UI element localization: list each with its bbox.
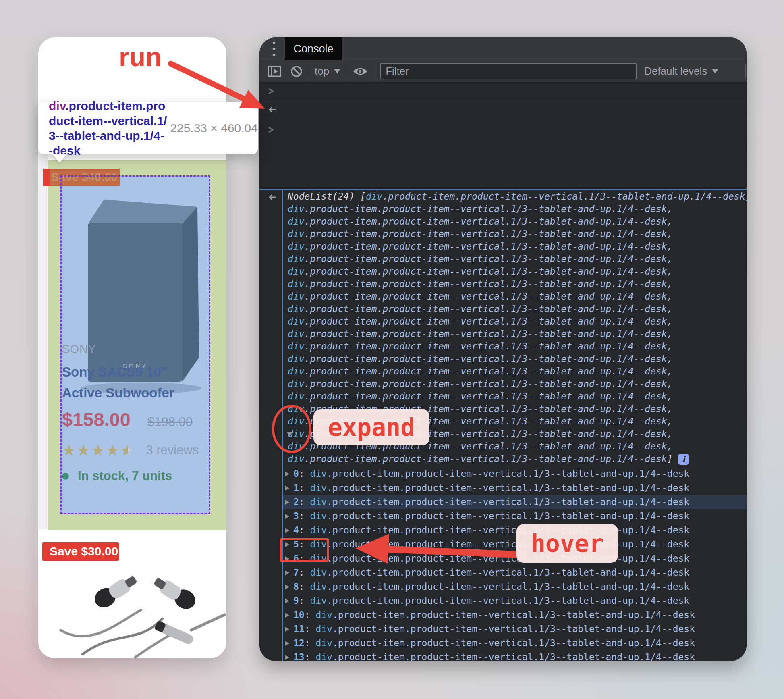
save-badge-bottom: Save $30.00: [42, 542, 119, 561]
annotation-expand-label: expand: [313, 409, 429, 445]
console-result: <div class="product-item product-item--v…: [259, 100, 747, 119]
expand-triangle-icon: [285, 500, 289, 505]
annotation-run-label: run: [119, 42, 162, 72]
info-icon[interactable]: i: [678, 454, 689, 465]
product-brand: SONY: [62, 343, 96, 356]
expand-triangle-icon: [285, 570, 289, 575]
nodelist-array-line: div.product-item.product-item--vertical.…: [283, 353, 747, 365]
nodelist-array-line: div.product-item.product-item--vertical.…: [283, 265, 747, 278]
expand-triangle-icon: [285, 641, 289, 646]
expand-triangle-icon: [285, 514, 289, 519]
tooltip-selector: div.product-item.product-item--vertical.…: [38, 98, 168, 158]
live-expression-eye-icon[interactable]: [352, 66, 368, 77]
save-badge-top: Save $40.00: [43, 169, 120, 186]
price-row: $158.00 $198.00: [62, 408, 193, 431]
expand-triangle-icon: [285, 655, 289, 660]
nodelist-array-line: div.product-item.product-item--vertical.…: [283, 340, 747, 353]
nodelist-array-line: div.product-item.product-item--vertical.…: [283, 278, 747, 290]
expand-triangle-icon: [285, 585, 289, 589]
tab-console[interactable]: Console: [285, 37, 342, 60]
expand-triangle-icon: [285, 528, 289, 533]
star-icons: ★★★★★★: [62, 442, 135, 458]
nodelist-array-line: div.product-item.product-item--vertical.…: [283, 215, 747, 228]
in-stock-dot-icon: [62, 473, 69, 480]
nodelist-array-line: div.product-item.product-item--vertical.…: [283, 365, 747, 378]
nodelist-array-line: div.product-item.product-item--vertical.…: [283, 290, 747, 303]
inspect-tooltip: div.product-item.product-item--vertical.…: [38, 102, 258, 154]
expand-triangle-icon: [285, 627, 289, 632]
nodelist-entry-row[interactable]: 7: div.product-item.product-item--vertic…: [283, 566, 747, 580]
product-image-earbuds[interactable]: [54, 570, 226, 658]
nodelist-header-line[interactable]: NodeList(24) [div.product-item.product-i…: [283, 190, 747, 203]
chevron-down-icon: [334, 69, 340, 73]
nodelist-array-line: div.product-item.product-item--vertical.…: [283, 315, 747, 328]
nodelist-entry-row[interactable]: 3: div.product-item.product-item--vertic…: [283, 509, 747, 523]
nodelist-array-line: div.product-item.product-item--vertical.…: [283, 240, 747, 253]
stock-status: In stock, 7 units: [78, 469, 172, 483]
console-sidebar-toggle-icon[interactable]: [268, 65, 281, 77]
inspect-margin-overlay: [50, 169, 120, 186]
expand-triangle-icon: [285, 599, 289, 603]
nodelist-entry-row[interactable]: 0: div.product-item.product-item--vertic…: [283, 467, 747, 481]
rating-row: ★★★★★★ 3 reviews: [62, 442, 199, 458]
tooltip-pointer: [52, 154, 67, 163]
product-price: $158.00: [62, 408, 131, 431]
nodelist-entry-row[interactable]: 11: div.product-item.product-item--verti…: [283, 622, 747, 636]
review-count[interactable]: 3 reviews: [146, 443, 199, 458]
console-toolbar: top Default levels: [259, 60, 747, 82]
nodelist-array-line: div.product-item.product-item--vertical.…: [283, 328, 747, 340]
context-selector[interactable]: top: [315, 65, 340, 77]
filter-input[interactable]: [380, 63, 637, 79]
more-options-icon[interactable]: [270, 42, 278, 56]
log-levels-selector[interactable]: Default levels: [644, 65, 718, 77]
expand-triangle-icon: [285, 472, 289, 476]
collapse-triangle-icon[interactable]: [287, 432, 292, 437]
nodelist-array-line: div.product-item.product-item--vertical.…: [283, 228, 747, 240]
tooltip-dimensions: 225.33 × 460.04: [170, 121, 258, 135]
nodelist-entries: 0: div.product-item.product-item--vertic…: [283, 467, 747, 661]
desktop-background: SONY SONY Sony SACS9 10" Active Subwoofe…: [0, 0, 784, 699]
expand-triangle-icon: [285, 486, 289, 491]
nodelist-array-line: div.product-item.product-item--vertical.…: [283, 253, 747, 265]
nodelist-entry-row[interactable]: 8: div.product-item.product-item--vertic…: [283, 580, 747, 594]
stock-row: In stock, 7 units: [62, 469, 172, 483]
inspect-content-overlay: SONY SONY Sony SACS9 10" Active Subwoofe…: [60, 175, 210, 514]
expand-triangle-icon: [285, 613, 289, 618]
console-output: document.querySelector('.product-item') …: [259, 82, 747, 661]
nodelist-entry-row[interactable]: 5: div.product-item.product-item--vertic…: [283, 537, 747, 551]
nodelist-entry-row[interactable]: 6: div.product-item.product-item--vertic…: [283, 551, 747, 566]
nodelist-entry-row[interactable]: 10: div.product-item.product-item--verti…: [283, 608, 747, 622]
nodelist-entry-row[interactable]: 2: div.product-item.product-item--vertic…: [283, 495, 747, 509]
nodelist-array-line: div.product-item.product-item--vertical.…: [283, 378, 747, 390]
nodelist-array-line: div.product-item.product-item--vertical.…: [283, 303, 747, 315]
annotation-red-box: [280, 538, 329, 562]
nodelist-array-line-last: div.product-item.product-item--vertical.…: [283, 453, 747, 465]
chevron-down-icon: [712, 69, 718, 73]
nodelist-array-line: div.product-item.product-item--vertical.…: [283, 203, 747, 215]
nodelist-entry-row[interactable]: 12: div.product-item.product-item--verti…: [283, 636, 747, 650]
clear-console-icon[interactable]: [290, 65, 303, 78]
console-command: document.querySelector('.product-item'): [259, 82, 747, 100]
console-command: document.querySelectorAll('.product-item…: [259, 119, 747, 140]
nodelist-entry-row[interactable]: 1: div.product-item.product-item--vertic…: [283, 481, 747, 495]
nodelist-array-line: div.product-item.product-item--vertical.…: [283, 390, 747, 403]
annotation-hover-label: hover: [516, 524, 618, 563]
nodelist-entry-row[interactable]: 13: div.product-item.product-item--verti…: [283, 650, 747, 661]
nodelist-entry-row[interactable]: 9: div.product-item.product-item--vertic…: [283, 594, 747, 608]
product-old-price: $198.00: [147, 415, 193, 429]
inspect-padding-overlay: SONY SONY Sony SACS9 10" Active Subwoofe…: [48, 160, 226, 530]
devtools-panel: Console top Default levels: [259, 37, 747, 661]
nodelist-entry-row[interactable]: 4: div.product-item.product-item--vertic…: [283, 523, 747, 537]
product-title[interactable]: Sony SACS9 10" Active Subwoofer: [62, 362, 195, 404]
devtools-tabbar: Console: [259, 37, 747, 60]
